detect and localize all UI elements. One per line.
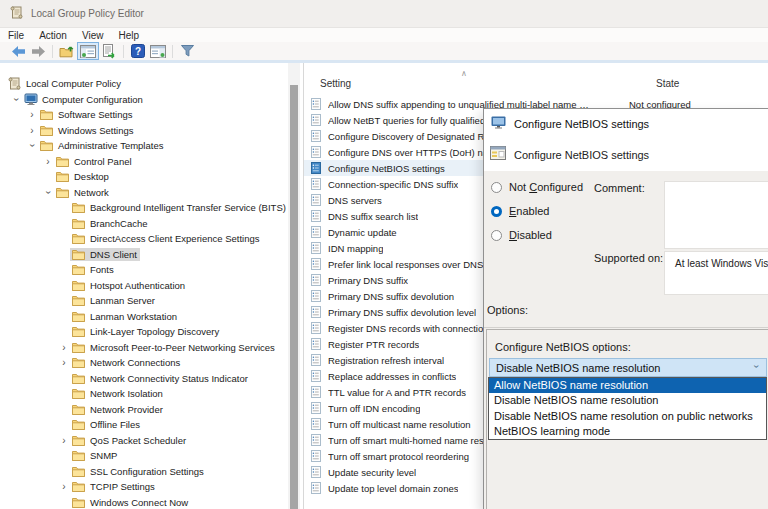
tree-scrollbar[interactable]: [288, 63, 300, 509]
tree-item[interactable]: BranchCache: [0, 216, 303, 232]
tree-item[interactable]: Network Isolation: [0, 386, 303, 402]
tree-item[interactable]: Link-Layer Topology Discovery: [0, 324, 303, 340]
folder-icon: [72, 280, 87, 291]
tree-item[interactable]: ›Administrative Templates: [0, 138, 303, 154]
setting-label: DNS servers: [328, 195, 382, 206]
setting-icon: [311, 194, 321, 206]
tree-item[interactable]: Fonts: [0, 262, 303, 278]
tree-item[interactable]: Windows Connect Now: [0, 495, 303, 509]
chevron-down-icon[interactable]: ›: [43, 184, 54, 200]
tree-item-label: Microsoft Peer-to-Peer Networking Servic…: [90, 342, 275, 353]
tree-item[interactable]: Lanman Workstation: [0, 309, 303, 325]
setting-icon: [311, 242, 321, 254]
radio-disabled[interactable]: Disabled: [491, 227, 583, 243]
supported-on-box[interactable]: At least Windows Vista: [664, 251, 768, 295]
tree-item-label: Network Connectivity Status Indicator: [90, 373, 248, 384]
radio-label: Enabled: [509, 205, 549, 217]
radio-checked-icon[interactable]: [491, 206, 502, 217]
tree-item[interactable]: SNMP: [0, 448, 303, 464]
tree-item[interactable]: Background Intelligent Transfer Service …: [0, 200, 303, 216]
comment-textarea[interactable]: [664, 181, 768, 249]
tree-item[interactable]: Network Connectivity Status Indicator: [0, 371, 303, 387]
setting-icon: [311, 290, 321, 302]
show-console-tree-icon[interactable]: [77, 42, 99, 60]
toolbar-separator: [123, 45, 124, 58]
setting-icon: [311, 114, 321, 126]
menu-file[interactable]: File: [8, 30, 24, 41]
up-one-level-icon[interactable]: [57, 43, 77, 60]
radio-unchecked-icon[interactable]: [491, 182, 502, 193]
netbios-options-dropdown: Allow NetBIOS name resolutionDisable Net…: [488, 377, 767, 440]
setting-icon: [311, 258, 321, 270]
dialog-title: Configure NetBIOS settings: [514, 118, 649, 130]
tree-item[interactable]: SSL Configuration Settings: [0, 464, 303, 480]
setting-label: DNS suffix search list: [328, 211, 418, 222]
tree-item-label: SNMP: [90, 450, 117, 461]
netbios-options-combobox[interactable]: Disable NetBIOS name resolution ›: [489, 358, 767, 377]
radio-not-configured[interactable]: Not Configured: [491, 179, 583, 195]
menu-view[interactable]: View: [82, 30, 104, 41]
tree-item[interactable]: ›QoS Packet Scheduler: [0, 433, 303, 449]
tree-item[interactable]: ›Software Settings: [0, 107, 303, 123]
toolbar-separator: [52, 45, 53, 58]
dialog-titlebar[interactable]: Configure NetBIOS settings: [484, 109, 768, 138]
show-action-pane-icon[interactable]: [148, 43, 168, 60]
column-header-state[interactable]: State: [656, 78, 679, 89]
folder-icon: [72, 249, 87, 260]
tree-item-label: Control Panel: [74, 156, 132, 167]
dropdown-option[interactable]: Disable NetBIOS name resolution on publi…: [489, 409, 766, 424]
supported-on-label: Supported on:: [594, 252, 663, 264]
folder-icon: [72, 435, 87, 446]
chevron-down-icon[interactable]: ›: [27, 138, 38, 154]
setting-label: Primary DNS suffix devolution level: [328, 307, 476, 318]
filter-icon[interactable]: [177, 43, 197, 60]
dropdown-option[interactable]: Disable NetBIOS name resolution: [489, 393, 766, 408]
radio-enabled[interactable]: Enabled: [491, 203, 583, 219]
folder-icon: [72, 218, 87, 229]
setting-icon: [311, 386, 321, 398]
tree-item[interactable]: Hotspot Authentication: [0, 278, 303, 294]
tree-item[interactable]: ›Windows Settings: [0, 123, 303, 139]
radio-unchecked-icon[interactable]: [491, 230, 502, 241]
setting-icon: [311, 146, 321, 158]
scroll-icon: [8, 77, 23, 90]
console-tree-pane: Local Computer Policy›Computer Configura…: [0, 63, 304, 509]
folder-icon: [72, 373, 87, 384]
configure-netbios-settings-dialog: Configure NetBIOS settings Configure Net…: [483, 108, 768, 509]
tree-item[interactable]: Network Provider: [0, 402, 303, 418]
menu-help[interactable]: Help: [118, 30, 139, 41]
tree-item[interactable]: Local Computer Policy: [0, 76, 303, 92]
setting-icon: [311, 98, 321, 110]
menu-action[interactable]: Action: [39, 30, 67, 41]
tree-item[interactable]: ›Computer Configuration: [0, 92, 303, 108]
tree-item[interactable]: Offline Files: [0, 417, 303, 433]
dropdown-option[interactable]: NetBIOS learning mode: [489, 424, 766, 439]
toolbar-separator: [172, 45, 173, 58]
tree-item[interactable]: Lanman Server: [0, 293, 303, 309]
tree-item[interactable]: ›TCPIP Settings: [0, 479, 303, 495]
setting-icon: [311, 434, 321, 446]
tree-scrollbar-thumb[interactable]: [290, 85, 298, 509]
folder-icon: [56, 156, 71, 167]
help-icon[interactable]: ?: [128, 43, 148, 60]
column-header-setting[interactable]: Setting: [320, 78, 351, 89]
chevron-down-icon[interactable]: ›: [11, 91, 22, 107]
tree-item-label: Network Connections: [90, 357, 180, 368]
tree-item[interactable]: DNS Client: [0, 247, 303, 263]
tree-item[interactable]: DirectAccess Client Experience Settings: [0, 231, 303, 247]
titlebar[interactable]: Local Group Policy Editor: [0, 0, 768, 28]
dropdown-option[interactable]: Allow NetBIOS name resolution: [489, 378, 766, 393]
forward-icon[interactable]: [28, 43, 48, 60]
setting-icon: [311, 338, 321, 350]
options-divider: [484, 327, 768, 328]
setting-icon: [311, 466, 321, 478]
tree-item[interactable]: ›Network: [0, 185, 303, 201]
back-icon[interactable]: [8, 43, 28, 60]
tree-item[interactable]: ›Network Connections: [0, 355, 303, 371]
folder-icon: [40, 140, 55, 151]
tree-item[interactable]: ›Control Panel: [0, 154, 303, 170]
tree-item[interactable]: Desktop: [0, 169, 303, 185]
tree-item[interactable]: ›Microsoft Peer-to-Peer Networking Servi…: [0, 340, 303, 356]
setting-icon: [311, 482, 321, 494]
export-list-icon[interactable]: [99, 43, 119, 60]
